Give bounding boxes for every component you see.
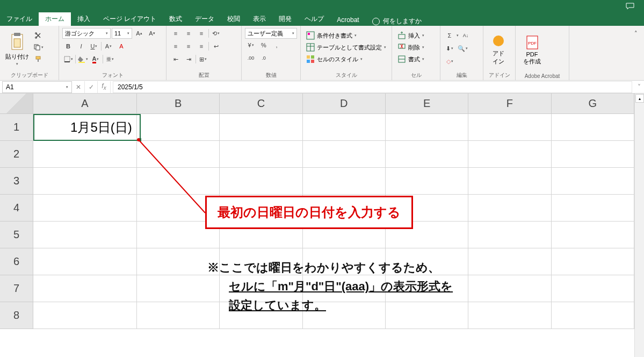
tab-data[interactable]: データ bbox=[189, 12, 221, 26]
cell[interactable] bbox=[220, 168, 302, 195]
decrease-decimal-button[interactable]: .0 bbox=[258, 53, 270, 63]
tab-file[interactable]: ファイル bbox=[0, 12, 39, 26]
font-size-select[interactable]: 11▾ bbox=[112, 28, 132, 39]
decrease-indent-button[interactable]: ⇤ bbox=[170, 54, 182, 65]
tab-view[interactable]: 表示 bbox=[247, 12, 272, 26]
percent-button[interactable]: % bbox=[258, 40, 270, 51]
tab-acrobat[interactable]: Acrobat bbox=[330, 14, 365, 26]
sort-button[interactable]: A↓ bbox=[460, 30, 472, 41]
cancel-formula-button[interactable]: ✕ bbox=[72, 81, 85, 93]
border-button[interactable] bbox=[62, 54, 74, 65]
cell[interactable] bbox=[552, 141, 634, 168]
column-header[interactable]: C bbox=[220, 94, 302, 113]
cell[interactable] bbox=[33, 248, 137, 275]
scroll-up-button[interactable]: ▴ bbox=[635, 94, 644, 103]
tab-help[interactable]: ヘルプ bbox=[298, 12, 330, 26]
vertical-scrollbar[interactable]: ▴ bbox=[634, 94, 644, 357]
cell[interactable] bbox=[137, 114, 220, 141]
cell[interactable] bbox=[33, 141, 137, 168]
align-right-button[interactable]: ≡ bbox=[196, 41, 207, 52]
number-format-select[interactable]: ユーザー定義▾ bbox=[245, 28, 297, 39]
cell[interactable] bbox=[137, 168, 220, 195]
fx-button[interactable]: fx bbox=[98, 81, 111, 93]
fill-button[interactable]: ⬇ bbox=[444, 43, 455, 54]
row-header[interactable]: 3 bbox=[0, 168, 33, 195]
fill-color-button[interactable] bbox=[77, 54, 89, 65]
tab-developer[interactable]: 開発 bbox=[272, 12, 298, 26]
name-box[interactable]: A1▾ bbox=[2, 81, 72, 93]
collapse-ribbon-button[interactable]: ˄ bbox=[630, 28, 642, 39]
delete-cells-button[interactable]: 削除▾ bbox=[395, 42, 437, 53]
cell[interactable] bbox=[552, 302, 634, 329]
cell[interactable] bbox=[33, 222, 137, 248]
cell[interactable] bbox=[33, 168, 137, 195]
cell[interactable] bbox=[303, 141, 386, 168]
bold-button[interactable]: B bbox=[62, 41, 74, 52]
align-middle-button[interactable]: ≡ bbox=[183, 28, 194, 39]
ruby-button[interactable]: A bbox=[103, 41, 114, 52]
tab-pagelayout[interactable]: ページ レイアウト bbox=[97, 12, 163, 26]
format-cells-button[interactable]: 書式▾ bbox=[395, 54, 437, 65]
align-bottom-button[interactable]: ≡ bbox=[196, 28, 207, 39]
copy-button[interactable] bbox=[32, 42, 44, 53]
formula-input[interactable]: 2025/1/5 bbox=[113, 81, 632, 93]
font-name-select[interactable]: 游ゴシック▾ bbox=[62, 28, 111, 39]
tab-home[interactable]: ホーム bbox=[39, 12, 71, 26]
tab-formulas[interactable]: 数式 bbox=[163, 12, 189, 26]
cell[interactable] bbox=[468, 141, 551, 168]
row-header[interactable]: 7 bbox=[0, 275, 33, 302]
pdf-button[interactable]: PDF PDF を作成 bbox=[519, 28, 545, 72]
cell[interactable] bbox=[468, 114, 551, 141]
increase-font-button[interactable]: A▴ bbox=[133, 28, 145, 39]
increase-indent-button[interactable]: ⇥ bbox=[183, 54, 194, 65]
row-header[interactable]: 8 bbox=[0, 302, 33, 329]
row-header[interactable]: 1 bbox=[0, 114, 33, 141]
format-painter-button[interactable] bbox=[32, 54, 44, 65]
expand-formula-button[interactable]: ˅ bbox=[634, 83, 644, 91]
decrease-font-button[interactable]: A▾ bbox=[146, 28, 158, 39]
cell[interactable] bbox=[468, 275, 551, 302]
cell[interactable] bbox=[33, 275, 137, 302]
find-button[interactable]: 🔍 bbox=[457, 43, 468, 54]
column-header[interactable]: D bbox=[303, 94, 386, 113]
row-header[interactable]: 6 bbox=[0, 248, 33, 275]
font-color-button[interactable]: A bbox=[90, 54, 102, 65]
cell[interactable] bbox=[552, 114, 634, 141]
row-header[interactable]: 5 bbox=[0, 222, 33, 248]
column-header[interactable]: E bbox=[386, 94, 468, 113]
tab-insert[interactable]: 挿入 bbox=[71, 12, 97, 26]
cell[interactable] bbox=[386, 168, 468, 195]
italic-button[interactable]: I bbox=[75, 41, 87, 52]
cell[interactable] bbox=[468, 248, 551, 275]
cell[interactable] bbox=[552, 222, 634, 248]
cell[interactable] bbox=[220, 114, 302, 141]
cell[interactable] bbox=[552, 275, 634, 302]
tellme-search[interactable]: 何をしますか bbox=[366, 17, 428, 26]
tab-review[interactable]: 校閲 bbox=[221, 12, 247, 26]
underline-button[interactable]: U bbox=[88, 41, 100, 52]
cell[interactable] bbox=[468, 195, 551, 222]
cell[interactable] bbox=[33, 302, 137, 329]
cell[interactable] bbox=[303, 168, 386, 195]
cell[interactable] bbox=[552, 248, 634, 275]
currency-button[interactable]: ¥ bbox=[245, 40, 257, 51]
phonetic-button[interactable]: 亜 bbox=[104, 54, 116, 65]
column-header[interactable]: A bbox=[33, 94, 137, 113]
cell[interactable] bbox=[386, 114, 468, 141]
cell[interactable] bbox=[468, 222, 551, 248]
column-header[interactable]: G bbox=[552, 94, 634, 113]
cell[interactable] bbox=[303, 114, 386, 141]
paste-button[interactable]: 貼り付け ▾ bbox=[3, 28, 31, 70]
select-all-corner[interactable] bbox=[0, 94, 33, 114]
column-header[interactable]: B bbox=[137, 94, 220, 113]
cell[interactable] bbox=[33, 195, 137, 222]
row-header[interactable]: 2 bbox=[0, 141, 33, 168]
cell[interactable]: 1月5日(日) bbox=[33, 114, 137, 141]
comma-button[interactable]: , bbox=[271, 40, 283, 51]
comment-icon[interactable] bbox=[620, 0, 640, 13]
increase-decimal-button[interactable]: .00 bbox=[245, 53, 257, 63]
conditional-format-button[interactable]: 条件付き書式▾ bbox=[304, 30, 388, 41]
cut-button[interactable] bbox=[32, 30, 44, 41]
autosum-button[interactable]: Σ bbox=[444, 30, 455, 41]
cell[interactable] bbox=[386, 141, 468, 168]
